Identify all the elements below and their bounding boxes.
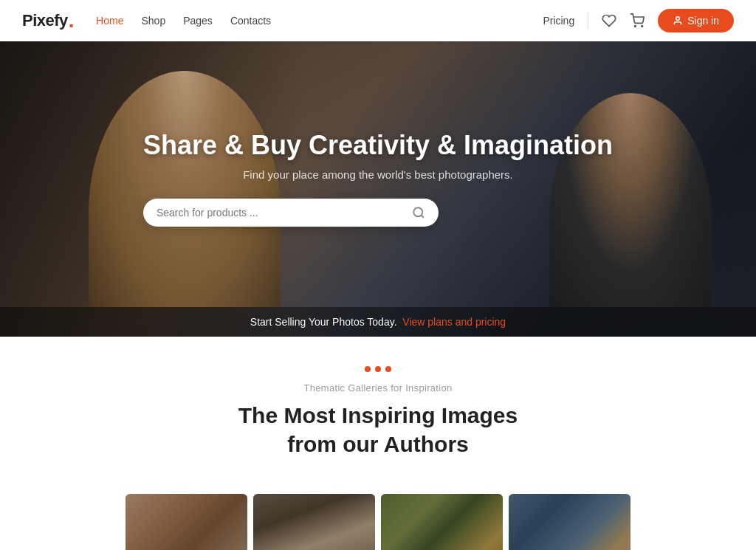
nav-link-home: Home	[96, 15, 123, 27]
card-family-overlay	[126, 494, 247, 550]
nav-item-contacts[interactable]: Contacts	[230, 14, 271, 27]
section-dots	[15, 366, 741, 372]
logo-text: Pixefy	[22, 11, 68, 30]
navbar: Pixefy. Home Shop Pages Contacts Pricing…	[0, 0, 756, 41]
hero-search-bar	[143, 199, 439, 227]
nav-left: Pixefy. Home Shop Pages Contacts	[22, 10, 271, 31]
galleries-title: The Most Inspiring Images from our Autho…	[15, 401, 741, 458]
hero-section: Share & Buy Creativity & Imagination Fin…	[0, 41, 756, 337]
gallery-card-family[interactable]: Family	[126, 494, 247, 550]
nav-link-contacts: Contacts	[230, 15, 271, 27]
card-nature-overlay	[381, 494, 503, 550]
nav-item-shop[interactable]: Shop	[141, 14, 165, 27]
card-travel-overlay	[509, 494, 630, 550]
hero-cta-bar: Start Selling Your Photos Today. View pl…	[0, 307, 756, 337]
logo-dot: .	[69, 10, 74, 31]
pricing-link[interactable]: Pricing	[543, 15, 574, 27]
dot-3	[385, 366, 391, 372]
gallery-card-nature[interactable]: Nature	[381, 494, 503, 550]
cart-icon[interactable]	[630, 13, 645, 28]
search-input[interactable]	[157, 207, 412, 219]
nav-link-pages: Pages	[183, 15, 213, 27]
signin-button[interactable]: Sign in	[658, 9, 734, 32]
galleries-title-line1: The Most Inspiring Images	[238, 403, 518, 427]
dot-2	[375, 366, 381, 372]
nav-divider	[588, 12, 588, 30]
nav-links: Home Shop Pages Contacts	[96, 14, 271, 27]
search-icon[interactable]	[412, 206, 425, 219]
hero-content: Share & Buy Creativity & Imagination Fin…	[128, 130, 628, 227]
svg-point-0	[635, 26, 636, 27]
galleries-title-line2: from our Authors	[287, 432, 469, 456]
heart-icon[interactable]	[602, 13, 616, 28]
gallery-card-fashion[interactable]: Fashion	[253, 494, 375, 550]
galleries-subtitle: Thematic Galleries for Inspiration	[15, 382, 741, 393]
gallery-card-travel[interactable]: Travel	[509, 494, 630, 550]
nav-item-home[interactable]: Home	[96, 14, 123, 27]
signin-label: Sign in	[687, 15, 719, 27]
user-icon	[673, 16, 683, 26]
nav-right: Pricing Sign in	[543, 9, 734, 32]
svg-point-1	[642, 26, 643, 27]
nav-item-pages[interactable]: Pages	[183, 14, 213, 27]
hero-cta-text: Start Selling Your Photos Today.	[250, 316, 397, 328]
svg-line-4	[421, 215, 423, 217]
logo[interactable]: Pixefy.	[22, 10, 74, 31]
hero-title: Share & Buy Creativity & Imagination	[143, 130, 613, 161]
dot-1	[365, 366, 371, 372]
hero-cta-link[interactable]: View plans and pricing	[402, 316, 506, 328]
svg-point-2	[676, 17, 680, 21]
hero-subtitle: Find your place among the world's best p…	[143, 168, 613, 181]
nav-link-shop: Shop	[141, 15, 165, 27]
svg-point-3	[413, 207, 422, 216]
gallery-cards-row: Family Fashion Nature Travel	[0, 494, 756, 550]
galleries-section: Thematic Galleries for Inspiration The M…	[0, 337, 756, 494]
card-fashion-overlay	[253, 494, 375, 550]
